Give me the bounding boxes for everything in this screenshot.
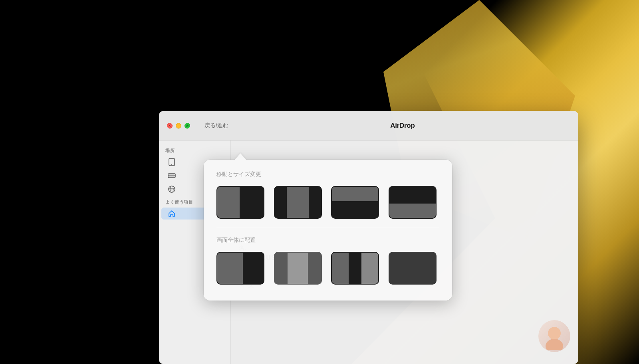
tablet-icon [168,158,176,166]
full-quad-button[interactable] [389,252,437,285]
center-half-button[interactable] [274,186,322,219]
move-resize-popover: 移動とサイズ変更 画面全体に配置 [204,160,452,301]
finder-toolbar: 戻る/進む AirDrop [159,111,578,140]
svg-point-6 [170,186,173,192]
svg-point-1 [171,164,172,165]
avatar-icon [540,322,568,350]
section2-title: 画面全体に配置 [216,237,439,244]
svg-point-5 [169,186,175,192]
layout-grid-row2 [216,252,439,285]
section1-title: 移動とサイズ変更 [216,171,439,178]
finder-title-area: AirDrop [235,122,570,130]
avatar [538,320,570,352]
back-forward-label[interactable]: 戻る/進む [204,122,228,129]
traffic-lights [167,123,190,129]
finder-window-title: AirDrop [390,122,415,130]
minimize-button[interactable] [176,123,181,129]
sidebar-section-places: 場所 [159,145,230,154]
maximize-button[interactable] [185,123,190,129]
close-button[interactable] [167,123,173,129]
home-icon [168,210,176,218]
left-half-button[interactable] [216,186,264,219]
svg-point-10 [546,339,563,350]
full-left-button[interactable] [216,252,264,285]
full-thirds-button[interactable] [331,252,379,285]
svg-point-9 [548,327,561,340]
globe-icon [168,185,176,193]
finder-nav: 戻る/進む [204,122,228,129]
section-divider [216,227,439,227]
disk-icon [168,172,176,180]
top-half-button[interactable] [331,186,379,219]
bottom-half-button[interactable] [389,186,437,219]
full-center-button[interactable] [274,252,322,285]
layout-grid-row1 [216,186,439,219]
